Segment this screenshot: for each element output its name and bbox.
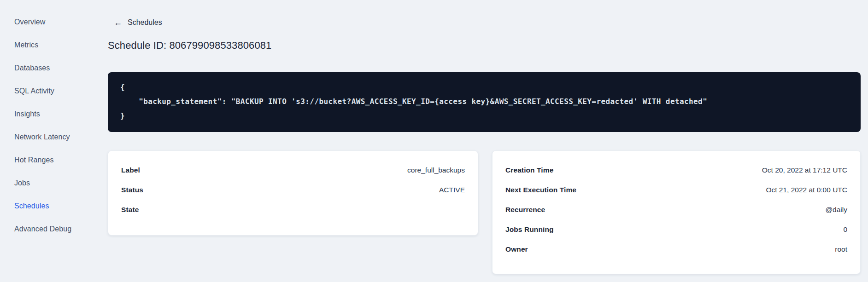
detail-value: 0 <box>843 225 847 234</box>
detail-label: Label <box>121 166 140 174</box>
detail-value: @daily <box>825 206 847 214</box>
detail-label: State <box>121 206 139 214</box>
detail-row-label: Label core_full_backups <box>121 160 465 180</box>
detail-row-owner: Owner root <box>505 239 847 259</box>
detail-value: Oct 21, 2022 at 0:00 UTC <box>766 186 847 194</box>
detail-cards: Label core_full_backups Status ACTIVE St… <box>108 150 861 274</box>
detail-value: root <box>835 245 847 253</box>
detail-value: ACTIVE <box>439 186 465 194</box>
code-line: { <box>120 80 848 94</box>
sidebar-item-overview[interactable]: Overview <box>0 11 97 34</box>
detail-label: Owner <box>505 245 528 253</box>
detail-value: Oct 20, 2022 at 17:12 UTC <box>762 166 847 174</box>
code-line: "backup_statement": "BACKUP INTO 's3://b… <box>120 94 848 109</box>
detail-row-status: Status ACTIVE <box>121 180 465 200</box>
detail-label: Creation Time <box>505 166 553 174</box>
detail-label: Next Execution Time <box>505 186 576 194</box>
sidebar-item-jobs[interactable]: Jobs <box>0 172 97 195</box>
sidebar: Overview Metrics Databases SQL Activity … <box>0 0 97 282</box>
sidebar-item-advanced-debug[interactable]: Advanced Debug <box>0 218 97 241</box>
schedule-detail-page: ← Schedules Schedule ID: 806799098533806… <box>108 0 861 274</box>
schedule-summary-card: Label core_full_backups Status ACTIVE St… <box>108 150 478 236</box>
schedule-timing-card: Creation Time Oct 20, 2022 at 17:12 UTC … <box>492 150 861 274</box>
back-arrow-icon: ← <box>114 18 122 27</box>
sidebar-item-schedules[interactable]: Schedules <box>0 195 97 218</box>
detail-label: Status <box>121 186 143 194</box>
sidebar-item-sql-activity[interactable]: SQL Activity <box>0 80 97 103</box>
detail-row-jobs-running: Jobs Running 0 <box>505 219 847 239</box>
page-title: Schedule ID: 806799098533806081 <box>108 40 861 52</box>
detail-row-creation-time: Creation Time Oct 20, 2022 at 17:12 UTC <box>505 160 847 180</box>
code-line: } <box>120 109 848 123</box>
detail-row-recurrence: Recurrence @daily <box>505 200 847 219</box>
detail-row-next-execution-time: Next Execution Time Oct 21, 2022 at 0:00… <box>505 180 847 200</box>
detail-value: core_full_backups <box>407 166 465 174</box>
sidebar-item-databases[interactable]: Databases <box>0 57 97 80</box>
detail-label: Jobs Running <box>505 225 554 234</box>
detail-label: Recurrence <box>505 206 545 214</box>
detail-row-state: State <box>121 200 465 219</box>
backup-statement-code-block: { "backup_statement": "BACKUP INTO 's3:/… <box>108 72 861 132</box>
sidebar-item-hot-ranges[interactable]: Hot Ranges <box>0 149 97 172</box>
sidebar-item-insights[interactable]: Insights <box>0 103 97 126</box>
sidebar-item-network-latency[interactable]: Network Latency <box>0 126 97 149</box>
back-link-label: Schedules <box>128 18 162 27</box>
sidebar-item-metrics[interactable]: Metrics <box>0 34 97 57</box>
back-to-schedules-link[interactable]: ← Schedules <box>114 18 162 27</box>
